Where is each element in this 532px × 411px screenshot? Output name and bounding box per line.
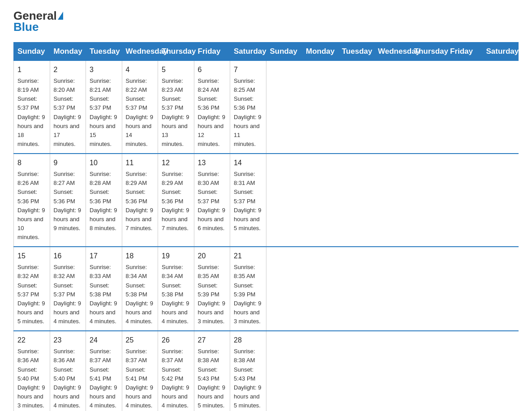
- logo-blue-text: Blue: [13, 20, 39, 34]
- day-number: 25: [126, 335, 154, 346]
- day-info: Sunrise: 8:35 AMSunset: 5:39 PMDaylight:…: [198, 264, 225, 325]
- day-header-wednesday: Wednesday: [374, 43, 411, 61]
- calendar-cell: 21Sunrise: 8:35 AMSunset: 5:39 PMDayligh…: [230, 247, 266, 331]
- day-info: Sunrise: 8:30 AMSunset: 5:37 PMDaylight:…: [198, 171, 225, 231]
- day-number: 13: [198, 158, 227, 168]
- calendar-cell: 4Sunrise: 8:22 AMSunset: 5:37 PMDaylight…: [122, 61, 158, 154]
- day-number: 10: [90, 158, 118, 168]
- calendar-cell: 9Sunrise: 8:27 AMSunset: 5:36 PMDaylight…: [50, 154, 86, 247]
- calendar-cell: 18Sunrise: 8:34 AMSunset: 5:38 PMDayligh…: [122, 247, 158, 331]
- day-info: Sunrise: 8:36 AMSunset: 5:40 PMDaylight:…: [54, 348, 81, 409]
- day-header-saturday: Saturday: [482, 43, 519, 61]
- day-info: Sunrise: 8:24 AMSunset: 5:36 PMDaylight:…: [198, 77, 225, 147]
- day-header-friday: Friday: [446, 43, 483, 61]
- day-header-thursday: Thursday: [158, 43, 194, 61]
- day-header-tuesday: Tuesday: [338, 43, 374, 61]
- day-info: Sunrise: 8:21 AMSunset: 5:37 PMDaylight:…: [90, 77, 117, 147]
- day-info: Sunrise: 8:25 AMSunset: 5:36 PMDaylight:…: [234, 77, 261, 147]
- day-info: Sunrise: 8:35 AMSunset: 5:39 PMDaylight:…: [234, 264, 261, 325]
- day-info: Sunrise: 8:36 AMSunset: 5:40 PMDaylight:…: [17, 348, 45, 409]
- day-info: Sunrise: 8:37 AMSunset: 5:42 PMDaylight:…: [162, 348, 189, 409]
- calendar-cell: 10Sunrise: 8:28 AMSunset: 5:36 PMDayligh…: [86, 154, 122, 247]
- calendar-cell: 17Sunrise: 8:33 AMSunset: 5:38 PMDayligh…: [86, 247, 122, 331]
- calendar-cell: 26Sunrise: 8:37 AMSunset: 5:42 PMDayligh…: [158, 331, 194, 411]
- day-info: Sunrise: 8:37 AMSunset: 5:41 PMDaylight:…: [126, 348, 153, 409]
- calendar-cell: 28Sunrise: 8:38 AMSunset: 5:43 PMDayligh…: [230, 331, 266, 411]
- day-number: 4: [126, 64, 154, 75]
- day-info: Sunrise: 8:37 AMSunset: 5:41 PMDaylight:…: [90, 348, 117, 409]
- day-number: 17: [90, 251, 118, 261]
- day-header-monday: Monday: [302, 43, 339, 61]
- calendar-cell: 1Sunrise: 8:19 AMSunset: 5:37 PMDaylight…: [14, 61, 50, 154]
- day-number: 26: [162, 335, 190, 346]
- day-header-wednesday: Wednesday: [122, 43, 158, 61]
- day-number: 12: [162, 158, 190, 168]
- calendar-cell: 2Sunrise: 8:20 AMSunset: 5:37 PMDaylight…: [50, 61, 86, 154]
- calendar-week-row: 15Sunrise: 8:32 AMSunset: 5:37 PMDayligh…: [14, 247, 519, 331]
- calendar-cell: 12Sunrise: 8:29 AMSunset: 5:36 PMDayligh…: [158, 154, 194, 247]
- day-number: 23: [54, 335, 82, 346]
- calendar-week-row: 1Sunrise: 8:19 AMSunset: 5:37 PMDaylight…: [14, 61, 519, 154]
- calendar-cell: 6Sunrise: 8:24 AMSunset: 5:36 PMDaylight…: [194, 61, 230, 154]
- day-info: Sunrise: 8:32 AMSunset: 5:37 PMDaylight:…: [54, 264, 81, 325]
- day-number: 2: [54, 64, 82, 75]
- day-info: Sunrise: 8:38 AMSunset: 5:43 PMDaylight:…: [234, 348, 261, 409]
- day-info: Sunrise: 8:33 AMSunset: 5:38 PMDaylight:…: [90, 264, 117, 325]
- day-info: Sunrise: 8:27 AMSunset: 5:36 PMDaylight:…: [54, 171, 81, 231]
- calendar-cell: 24Sunrise: 8:37 AMSunset: 5:41 PMDayligh…: [86, 331, 122, 411]
- day-number: 8: [17, 158, 46, 168]
- day-header-saturday: Saturday: [230, 43, 266, 61]
- day-info: Sunrise: 8:23 AMSunset: 5:37 PMDaylight:…: [162, 77, 189, 147]
- calendar-cell: 22Sunrise: 8:36 AMSunset: 5:40 PMDayligh…: [14, 331, 50, 411]
- day-info: Sunrise: 8:28 AMSunset: 5:36 PMDaylight:…: [90, 171, 117, 231]
- day-number: 6: [198, 64, 227, 75]
- day-header-monday: Monday: [50, 43, 86, 61]
- calendar-week-row: 8Sunrise: 8:26 AMSunset: 5:36 PMDaylight…: [14, 154, 519, 247]
- calendar-cell: 20Sunrise: 8:35 AMSunset: 5:39 PMDayligh…: [194, 247, 230, 331]
- page-header: General Blue: [13, 9, 519, 34]
- calendar-cell: 3Sunrise: 8:21 AMSunset: 5:37 PMDaylight…: [86, 61, 122, 154]
- day-info: Sunrise: 8:32 AMSunset: 5:37 PMDaylight:…: [17, 264, 45, 325]
- calendar-table: SundayMondayTuesdayWednesdayThursdayFrid…: [13, 42, 519, 411]
- calendar-cell: 27Sunrise: 8:38 AMSunset: 5:43 PMDayligh…: [194, 331, 230, 411]
- logo-triangle-icon: [58, 12, 63, 20]
- calendar-header-row: SundayMondayTuesdayWednesdayThursdayFrid…: [14, 43, 519, 61]
- day-number: 1: [17, 64, 46, 75]
- day-info: Sunrise: 8:31 AMSunset: 5:37 PMDaylight:…: [234, 171, 261, 231]
- day-number: 24: [90, 335, 118, 346]
- day-info: Sunrise: 8:29 AMSunset: 5:36 PMDaylight:…: [126, 171, 153, 231]
- day-number: 14: [234, 158, 262, 168]
- day-number: 11: [126, 158, 154, 168]
- calendar-cell: 7Sunrise: 8:25 AMSunset: 5:36 PMDaylight…: [230, 61, 266, 154]
- day-info: Sunrise: 8:34 AMSunset: 5:38 PMDaylight:…: [162, 264, 189, 325]
- day-number: 27: [198, 335, 227, 346]
- day-info: Sunrise: 8:34 AMSunset: 5:38 PMDaylight:…: [126, 264, 153, 325]
- day-info: Sunrise: 8:38 AMSunset: 5:43 PMDaylight:…: [198, 348, 225, 409]
- day-number: 22: [17, 335, 46, 346]
- day-number: 7: [234, 64, 262, 75]
- day-number: 18: [126, 251, 154, 261]
- day-number: 19: [162, 251, 190, 261]
- day-info: Sunrise: 8:26 AMSunset: 5:36 PMDaylight:…: [17, 171, 45, 240]
- calendar-cell: 19Sunrise: 8:34 AMSunset: 5:38 PMDayligh…: [158, 247, 194, 331]
- day-number: 9: [54, 158, 82, 168]
- day-info: Sunrise: 8:22 AMSunset: 5:37 PMDaylight:…: [126, 77, 153, 147]
- calendar-cell: 14Sunrise: 8:31 AMSunset: 5:37 PMDayligh…: [230, 154, 266, 247]
- calendar-week-row: 22Sunrise: 8:36 AMSunset: 5:40 PMDayligh…: [14, 331, 519, 411]
- calendar-cell: 11Sunrise: 8:29 AMSunset: 5:36 PMDayligh…: [122, 154, 158, 247]
- calendar-cell: 23Sunrise: 8:36 AMSunset: 5:40 PMDayligh…: [50, 331, 86, 411]
- day-number: 3: [90, 64, 118, 75]
- calendar-cell: 13Sunrise: 8:30 AMSunset: 5:37 PMDayligh…: [194, 154, 230, 247]
- day-number: 20: [198, 251, 227, 261]
- day-header-friday: Friday: [194, 43, 230, 61]
- day-number: 21: [234, 251, 262, 261]
- day-number: 28: [234, 335, 262, 346]
- day-info: Sunrise: 8:19 AMSunset: 5:37 PMDaylight:…: [17, 77, 45, 147]
- calendar-cell: 5Sunrise: 8:23 AMSunset: 5:37 PMDaylight…: [158, 61, 194, 154]
- day-header-sunday: Sunday: [14, 43, 50, 61]
- day-number: 15: [17, 251, 46, 261]
- day-number: 16: [54, 251, 82, 261]
- day-header-tuesday: Tuesday: [86, 43, 122, 61]
- calendar-cell: 25Sunrise: 8:37 AMSunset: 5:41 PMDayligh…: [122, 331, 158, 411]
- calendar-cell: 8Sunrise: 8:26 AMSunset: 5:36 PMDaylight…: [14, 154, 50, 247]
